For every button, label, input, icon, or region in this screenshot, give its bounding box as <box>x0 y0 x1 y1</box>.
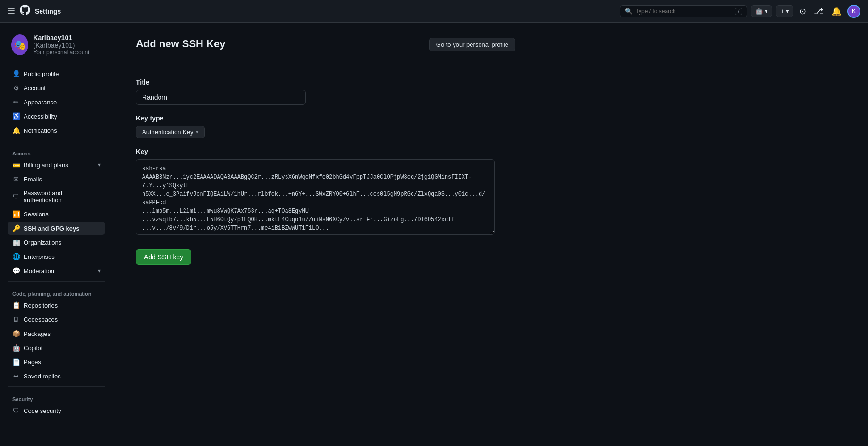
topnav: ☰ Settings 🔍 / 🤖 ▾ + ▾ ⊙ ⎇ 🔔 K <box>0 0 868 23</box>
search-input[interactable] <box>635 8 732 15</box>
sidebar-item-ssh-gpg[interactable]: 🔑 SSH and GPG keys <box>8 222 105 235</box>
topnav-right: 🔍 / 🤖 ▾ + ▾ ⊙ ⎇ 🔔 K <box>620 4 860 18</box>
sidebar-item-label: Appearance <box>24 99 57 106</box>
gear-icon: ⚙ <box>12 84 20 92</box>
chat-icon: 💬 <box>12 267 20 274</box>
sidebar-item-codespaces[interactable]: 🖥 Codespaces <box>8 313 105 326</box>
mail-icon: ✉ <box>12 175 20 183</box>
globe-icon: 🌐 <box>12 253 20 260</box>
chevron-down-icon: ▾ <box>98 162 101 168</box>
sidebar-item-label: Emails <box>24 176 42 183</box>
search-box[interactable]: 🔍 / <box>620 5 747 17</box>
sidebar-item-organizations[interactable]: 🏢 Organizations <box>8 236 105 249</box>
chevron-down-icon2: ▾ <box>98 267 101 274</box>
page-title: Add new SSH Key <box>136 38 225 50</box>
inbox-button[interactable]: 🔔 <box>829 4 843 18</box>
code-section-label: Code, planning, and automation <box>8 285 105 299</box>
user-sub-label: Your personal account <box>33 49 101 56</box>
sidebar-item-sessions[interactable]: 📶 Sessions <box>8 207 105 221</box>
shield-icon: 🛡 <box>12 193 20 200</box>
sidebar-item-label: SSH and GPG keys <box>24 225 80 232</box>
sidebar-item-label: Accessibility <box>24 113 57 120</box>
sidebar-item-packages[interactable]: 📦 Packages <box>8 327 105 340</box>
search-icon: 🔍 <box>625 8 632 15</box>
security-section-label: Security <box>8 391 105 404</box>
title-label: Title <box>136 78 515 86</box>
sidebar-item-saved-replies[interactable]: ↩ Saved replies <box>8 369 105 383</box>
topnav-title: Settings <box>35 8 61 15</box>
org-icon: 🏢 <box>12 239 20 246</box>
chevron-down-icon3: ▾ <box>196 129 199 135</box>
brush-icon: ✏ <box>12 98 20 106</box>
copilot-sidebar-icon: 🤖 <box>12 344 20 352</box>
sidebar-item-accessibility[interactable]: ♿ Accessibility <box>8 110 105 123</box>
repo-icon: 📋 <box>12 301 20 309</box>
codespaces-icon: 🖥 <box>12 316 20 323</box>
sidebar-item-notifications[interactable]: 🔔 Notifications <box>8 124 105 137</box>
codesec-icon: 🛡 <box>12 407 20 414</box>
copilot-icon: 🤖 <box>755 8 763 15</box>
sidebar-item-label: Code security <box>24 407 61 414</box>
user-info: 🎭 Karlbaey101 (Karlbaey101) Your persona… <box>8 34 105 56</box>
pages-icon: 📄 <box>12 358 20 366</box>
package-icon: 📦 <box>12 330 20 337</box>
sidebar-item-appearance[interactable]: ✏ Appearance <box>8 95 105 109</box>
hamburger-icon[interactable]: ☰ <box>8 6 15 17</box>
creditcard-icon: 💳 <box>12 161 20 169</box>
plus-icon: + <box>780 8 784 15</box>
sidebar-item-pages[interactable]: 📄 Pages <box>8 355 105 369</box>
main-content: Add new SSH Key Go to your personal prof… <box>113 23 538 446</box>
git-button[interactable]: ⎇ <box>812 4 826 18</box>
bell-icon: 🔔 <box>12 127 20 134</box>
reply-icon: ↩ <box>12 372 20 380</box>
sidebar-item-moderation[interactable]: 💬 Moderation ▾ <box>8 264 105 277</box>
key-label: Key <box>136 148 515 155</box>
chevron-down-icon2: ▾ <box>786 8 789 15</box>
layout: 🎭 Karlbaey101 (Karlbaey101) Your persona… <box>0 23 868 446</box>
sidebar-item-enterprises[interactable]: 🌐 Enterprises <box>8 250 105 263</box>
sidebar-divider-1 <box>8 141 105 141</box>
sidebar-item-label: Pages <box>24 359 41 366</box>
sidebar-item-label: Moderation <box>24 267 54 274</box>
sidebar-item-label: Notifications <box>24 127 57 134</box>
github-logo <box>20 5 30 18</box>
add-button[interactable]: + ▾ <box>776 5 793 17</box>
go-to-profile-button[interactable]: Go to your personal profile <box>429 38 515 51</box>
add-ssh-key-button[interactable]: Add SSH key <box>136 249 191 265</box>
sidebar-item-label: Public profile <box>24 70 59 77</box>
key-textarea[interactable]: ssh-rsa AAAAB3Nzr...1yc2EAAAADAQABAAABgQ… <box>136 159 495 235</box>
person-icon: 👤 <box>12 70 20 77</box>
sidebar-item-account[interactable]: ⚙ Account <box>8 81 105 94</box>
sidebar-item-password-auth[interactable]: 🛡 Password and authentication <box>8 187 105 206</box>
sidebar-item-emails[interactable]: ✉ Emails <box>8 172 105 186</box>
sidebar-item-label: Sessions <box>24 211 49 218</box>
sidebar-item-public-profile[interactable]: 👤 Public profile <box>8 67 105 80</box>
sidebar: 🎭 Karlbaey101 (Karlbaey101) Your persona… <box>0 23 113 446</box>
sidebar-item-label: Codespaces <box>24 316 58 323</box>
sidebar-item-label: Account <box>24 85 46 92</box>
sidebar-nav: 👤 Public profile ⚙ Account ✏ Appearance … <box>8 67 105 417</box>
key-type-value: Authentication Key <box>142 129 193 136</box>
user-avatar: 🎭 <box>11 34 28 55</box>
sidebar-divider-2 <box>8 281 105 282</box>
sidebar-item-repositories[interactable]: 📋 Repositories <box>8 299 105 312</box>
sidebar-item-label: Password and authentication <box>24 189 101 204</box>
access-section-label: Access <box>8 145 105 158</box>
sidebar-item-billing[interactable]: 💳 Billing and plans ▾ <box>8 158 105 172</box>
sidebar-item-label: Organizations <box>24 239 61 246</box>
title-input[interactable] <box>136 90 306 105</box>
sidebar-item-label: Packages <box>24 330 51 337</box>
title-form-group: Title <box>136 78 515 105</box>
activity-button[interactable]: ⊙ <box>797 4 808 18</box>
slash-badge: / <box>735 8 742 15</box>
avatar[interactable]: K <box>847 5 860 18</box>
key-form-group: Key ssh-rsa AAAAB3Nzr...1yc2EAAAADAQABAA… <box>136 148 515 236</box>
sidebar-item-label: Enterprises <box>24 253 55 260</box>
sidebar-item-label: Saved replies <box>24 373 61 380</box>
copilot-button[interactable]: 🤖 ▾ <box>751 5 772 17</box>
key-type-select[interactable]: Authentication Key ▾ <box>136 126 205 138</box>
sidebar-item-copilot[interactable]: 🤖 Copilot <box>8 341 105 354</box>
sidebar-item-code-security[interactable]: 🛡 Code security <box>8 404 105 417</box>
form-divider <box>136 67 515 67</box>
sidebar-item-label: Billing and plans <box>24 162 68 169</box>
